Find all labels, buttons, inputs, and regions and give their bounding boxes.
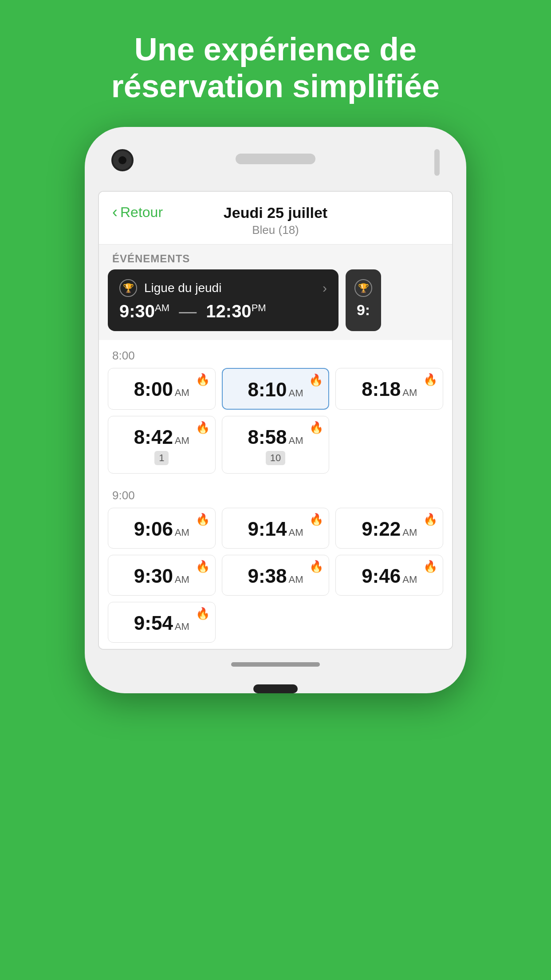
slot-time: 9:14AM: [248, 518, 303, 540]
slot-time: 9:22AM: [362, 518, 417, 540]
event-card-partial[interactable]: 🏆 9:: [346, 269, 381, 331]
fire-icon: 🔥: [309, 513, 323, 526]
slot-time: 8:18AM: [362, 378, 417, 400]
slot-8-58[interactable]: 🔥 8:58AM 10: [222, 416, 330, 474]
fire-icon: 🔥: [423, 373, 437, 387]
header-title: Jeudi 25 juillet: [224, 204, 327, 221]
slot-8-10[interactable]: 🔥 8:10AM: [222, 368, 330, 410]
fire-icon: 🔥: [309, 560, 323, 573]
events-section: ÉVÉNEMENTS 🏆 Ligue du jeudi › 9:30AM —: [99, 245, 452, 340]
speaker-bottom: [253, 684, 298, 693]
header-subtitle: Bleu (18): [252, 223, 299, 237]
app-header: ‹ Retour Jeudi 25 juillet Bleu (18): [99, 192, 452, 245]
slot-9-30[interactable]: 🔥 9:30AM: [108, 555, 216, 596]
slot-9-22[interactable]: 🔥 9:22AM: [335, 508, 443, 549]
slot-badge: 1: [154, 451, 169, 465]
slot-time: 9:06AM: [134, 518, 189, 540]
fire-icon: 🔥: [196, 607, 210, 620]
chevron-right-icon: ›: [323, 281, 327, 296]
slot-badge: 10: [266, 451, 285, 465]
slot-8-18[interactable]: 🔥 8:18AM: [335, 368, 443, 410]
time-group-label-8: 8:00: [99, 340, 452, 368]
time-slots-container: 8:00 🔥 8:00AM 🔥 8:10AM 🔥 8:18AM: [99, 340, 452, 649]
phone-bottom-bar: [98, 662, 453, 667]
slot-time: 8:00AM: [134, 378, 189, 400]
event-dash: —: [179, 301, 201, 321]
event-name: Ligue du jeudi: [144, 281, 221, 295]
phone-top-bar: [98, 149, 453, 185]
headline: Une expérience de réservation simplifiée: [76, 0, 475, 127]
slot-time: 8:42AM: [134, 426, 189, 448]
chevron-left-icon: ‹: [112, 204, 118, 220]
slot-9-38[interactable]: 🔥 9:38AM: [222, 555, 330, 596]
slot-8-00[interactable]: 🔥 8:00AM: [108, 368, 216, 410]
trophy-icon: 🏆: [119, 279, 137, 297]
slot-9-14[interactable]: 🔥 9:14AM: [222, 508, 330, 549]
time-group-8: 8:00 🔥 8:00AM 🔥 8:10AM 🔥 8:18AM: [99, 340, 452, 480]
time-grid-8: 🔥 8:00AM 🔥 8:10AM 🔥 8:18AM 🔥 8:42AM: [99, 368, 452, 480]
event-partial-time: 9:: [357, 301, 370, 319]
home-indicator: [231, 662, 320, 667]
time-grid-9: 🔥 9:06AM 🔥 9:14AM 🔥 9:22AM 🔥 9:30AM: [99, 508, 452, 649]
event-times: 9:30AM — 12:30PM: [119, 301, 327, 321]
slot-9-46[interactable]: 🔥 9:46AM: [335, 555, 443, 596]
slot-time: 8:10AM: [248, 379, 303, 401]
events-label: ÉVÉNEMENTS: [99, 245, 452, 269]
slot-time: 8:58AM: [248, 426, 303, 448]
camera: [111, 149, 134, 171]
slot-9-54[interactable]: 🔥 9:54AM: [108, 602, 216, 643]
speaker: [236, 154, 315, 164]
trophy-icon-partial: 🏆: [354, 279, 372, 297]
slot-time: 9:54AM: [134, 612, 189, 634]
slot-time: 9:30AM: [134, 565, 189, 587]
events-scroll: 🏆 Ligue du jeudi › 9:30AM — 12:30PM 🏆 9:: [99, 269, 452, 331]
fire-icon: 🔥: [423, 513, 437, 526]
time-group-label-9: 9:00: [99, 480, 452, 508]
fire-icon: 🔥: [196, 421, 210, 435]
fire-icon: 🔥: [196, 560, 210, 573]
time-group-9: 9:00 🔥 9:06AM 🔥 9:14AM 🔥 9:22AM: [99, 480, 452, 649]
side-button: [434, 149, 440, 176]
back-button[interactable]: ‹ Retour: [112, 204, 163, 221]
fire-icon: 🔥: [309, 373, 323, 387]
fire-icon: 🔥: [196, 373, 210, 387]
fire-icon: 🔥: [309, 421, 323, 435]
slot-time: 9:38AM: [248, 565, 303, 587]
fire-icon: 🔥: [423, 560, 437, 573]
event-card-main[interactable]: 🏆 Ligue du jeudi › 9:30AM — 12:30PM: [108, 269, 338, 331]
slot-8-42[interactable]: 🔥 8:42AM 1: [108, 416, 216, 474]
slot-time: 9:46AM: [362, 565, 417, 587]
slot-9-06[interactable]: 🔥 9:06AM: [108, 508, 216, 549]
fire-icon: 🔥: [196, 513, 210, 526]
phone-shell: ‹ Retour Jeudi 25 juillet Bleu (18) ÉVÉN…: [85, 127, 466, 693]
screen: ‹ Retour Jeudi 25 juillet Bleu (18) ÉVÉN…: [98, 191, 453, 650]
back-label: Retour: [120, 204, 163, 221]
